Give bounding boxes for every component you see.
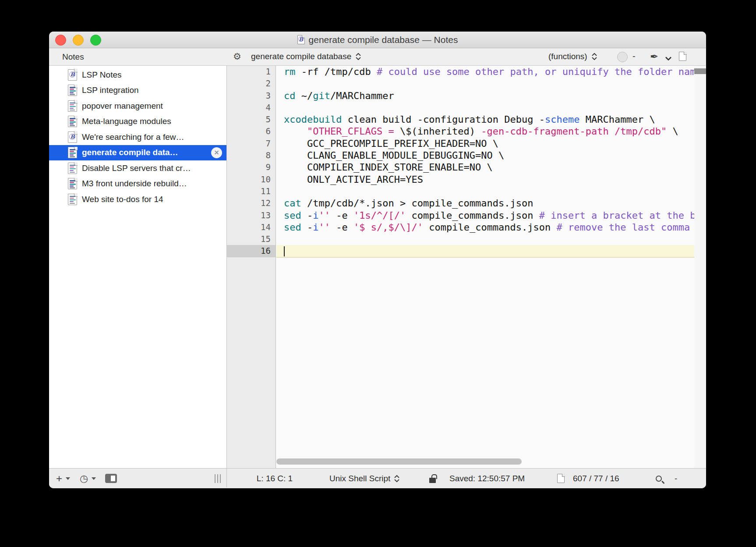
text-doc-icon (68, 194, 77, 205)
close-window-button[interactable] (55, 35, 66, 46)
line-number: 3 (227, 90, 276, 102)
editor-pane[interactable]: 12345678910111213141516 rm -rf /tmp/cdb … (227, 66, 706, 468)
title-bar[interactable]: B generate compile database — Notes (49, 32, 706, 48)
code-line[interactable]: cat /tmp/cdb/*.json > compile_commands.j… (276, 197, 694, 209)
code-area[interactable]: rm -rf /tmp/cdb # could use some other p… (276, 66, 694, 468)
document-popup-label: generate compile database (251, 52, 351, 61)
line-number: 6 (227, 125, 276, 137)
code-line[interactable] (276, 233, 694, 245)
note-item-label: generate compile data… (82, 148, 178, 157)
new-document-icon[interactable] (679, 52, 686, 61)
close-note-button[interactable]: ✕ (211, 147, 222, 158)
cursor-position-label[interactable]: L: 16 C: 1 (248, 469, 301, 488)
note-list-item[interactable]: BLSP Notes (49, 67, 226, 82)
line-number: 5 (227, 114, 276, 125)
chevron-updown-icon (355, 53, 361, 60)
horizontal-scrollbar-thumb[interactable] (276, 458, 522, 465)
note-item-label: popover management (82, 101, 163, 111)
code-line[interactable]: "OTHER_CFLAGS = \$(inherited) -gen-cdb-f… (276, 125, 694, 137)
code-line[interactable]: sed -i'' -e '1s/^/[/' compile_commands.j… (276, 210, 694, 221)
document-proxy-icon[interactable]: B (297, 35, 305, 44)
code-line[interactable]: cd ~/git/MARChammer (276, 90, 694, 102)
note-list-item[interactable]: M3 front underside rebuild… (49, 176, 226, 192)
minimize-window-button[interactable] (73, 35, 84, 46)
text-doc-icon (68, 85, 77, 96)
note-item-label: LSP integration (82, 85, 139, 95)
code-line-current[interactable] (276, 245, 694, 257)
code-line[interactable] (276, 185, 694, 197)
document-popup[interactable]: generate compile database (251, 52, 361, 61)
note-list-item[interactable]: BWe're searching for a few… (49, 129, 226, 145)
text-doc-icon (68, 178, 77, 189)
note-item-label: We're searching for a few… (82, 132, 184, 142)
line-number: 1 (227, 66, 276, 78)
window-title-group: B generate compile database — Notes (297, 35, 458, 45)
gear-icon[interactable]: ⚙ (233, 51, 241, 62)
text-doc-icon (68, 100, 77, 112)
add-note-button[interactable]: + (56, 469, 70, 488)
functions-popup[interactable]: (functions) (548, 52, 597, 61)
bbedit-doc-icon: B (68, 69, 77, 81)
recent-notes-button[interactable]: ◷ (80, 469, 96, 488)
unlocked-padlock-icon[interactable] (429, 469, 436, 488)
note-list-item-selected[interactable]: generate compile data…✕ (49, 145, 226, 160)
vertical-scrollbar-track[interactable] (694, 66, 706, 468)
language-popup-label: Unix Shell Script (329, 474, 390, 483)
code-line[interactable] (276, 102, 694, 114)
code-line[interactable]: ONLY_ACTIVE_ARCH=YES (276, 174, 694, 185)
sidebar-divider[interactable] (226, 66, 227, 487)
notes-list[interactable]: BLSP NotesLSP integrationpopover managem… (49, 66, 226, 468)
line-number: 2 (227, 78, 276, 89)
code-line[interactable]: sed -i'' -e '$ s/,$/\]/' compile_command… (276, 221, 694, 233)
note-list-item[interactable]: Disable LSP servers that cr… (49, 160, 226, 176)
triangle-down-icon (92, 477, 96, 480)
search-icon[interactable] (656, 469, 662, 488)
text-doc-icon (68, 147, 77, 158)
text-doc-icon (68, 116, 77, 127)
document-info-icon[interactable] (557, 469, 565, 488)
text-doc-icon (68, 163, 77, 174)
chevron-updown-icon (591, 53, 597, 60)
content-area: BLSP NotesLSP integrationpopover managem… (49, 66, 706, 468)
code-line[interactable]: xcodebuild clean build -configuration De… (276, 114, 694, 125)
code-line[interactable]: rm -rf /tmp/cdb # could use some other p… (276, 66, 694, 78)
character-word-line-counts: 607 / 77 / 16 (573, 469, 619, 488)
marker-pen-icon[interactable]: ✒ (650, 51, 658, 63)
status-bar: + ◷ L: 16 C: 1 Unix Shell Script Saved: … (49, 468, 706, 488)
sidebar-header-label: Notes (62, 52, 84, 62)
notes-window: B generate compile database — Notes Note… (49, 32, 706, 488)
status-indicator-circle (617, 52, 628, 62)
note-item-label: Web site to-dos for 14 (82, 195, 163, 204)
note-list-item[interactable]: Meta-language modules (49, 114, 226, 129)
note-list-item[interactable]: LSP integration (49, 83, 226, 98)
note-item-label: M3 front underside rebuild… (82, 179, 187, 188)
code-line[interactable]: COMPILER_INDEX_STORE_ENABLE=NO \ (276, 161, 694, 173)
functions-popup-label: (functions) (548, 52, 587, 61)
text-caret (284, 246, 285, 256)
line-number: 4 (227, 102, 276, 114)
toggle-sidebar-button[interactable] (105, 469, 117, 488)
split-pane-handle[interactable] (694, 68, 706, 74)
sidebar-resize-grip[interactable] (215, 469, 221, 488)
zoom-window-button[interactable] (90, 35, 101, 46)
chevron-updown-icon (394, 475, 400, 482)
toolbar-dash-label: - (632, 51, 636, 61)
note-list-item[interactable]: Web site to-dos for 14 (49, 192, 226, 207)
window-title: generate compile database — Notes (309, 35, 458, 45)
line-number: 10 (227, 174, 276, 185)
chevron-down-icon[interactable] (665, 54, 672, 62)
note-item-label: Disable LSP servers that cr… (82, 163, 191, 173)
language-popup[interactable]: Unix Shell Script (329, 469, 400, 488)
line-number: 13 (227, 210, 276, 221)
statusbar-dash-label: - (675, 469, 677, 488)
line-number: 11 (227, 185, 276, 197)
code-line[interactable]: GCC_PRECOMPILE_PREFIX_HEADER=NO \ (276, 138, 694, 149)
code-line[interactable]: CLANG_ENABLE_MODULE_DEBUGGING=NO \ (276, 149, 694, 161)
note-item-label: LSP Notes (82, 70, 121, 80)
line-number: 16 (227, 245, 276, 257)
line-number: 12 (227, 197, 276, 209)
note-item-label: Meta-language modules (82, 117, 171, 126)
code-line[interactable] (276, 78, 694, 89)
plus-icon: + (56, 472, 62, 485)
note-list-item[interactable]: popover management (49, 98, 226, 114)
